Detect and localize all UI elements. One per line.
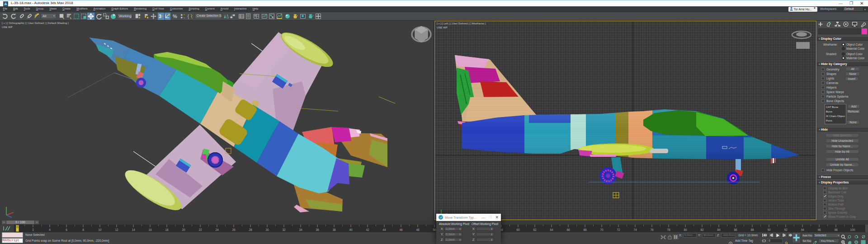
- svg-text:82: 82: [700, 228, 704, 231]
- svg-text:24: 24: [215, 228, 219, 231]
- svg-text:74: 74: [633, 228, 637, 231]
- svg-text:48: 48: [416, 228, 420, 231]
- svg-text:66: 66: [566, 228, 570, 231]
- svg-text:34: 34: [299, 228, 302, 231]
- svg-text:46: 46: [399, 228, 403, 231]
- svg-text:14: 14: [132, 228, 135, 231]
- svg-text:78: 78: [667, 228, 670, 231]
- svg-text:6: 6: [66, 228, 67, 231]
- svg-text:76: 76: [650, 228, 654, 231]
- svg-text:80: 80: [684, 228, 687, 231]
- svg-text:86: 86: [734, 228, 737, 231]
- svg-text:88: 88: [750, 228, 754, 231]
- svg-text:18: 18: [165, 228, 169, 231]
- svg-text:70: 70: [600, 228, 604, 231]
- svg-text:8: 8: [82, 228, 84, 231]
- svg-text:50: 50: [433, 228, 436, 231]
- svg-text:20: 20: [182, 228, 185, 231]
- svg-text:40: 40: [349, 228, 353, 231]
- svg-text:4: 4: [49, 228, 51, 231]
- svg-text:2: 2: [32, 228, 34, 231]
- svg-text:64: 64: [550, 228, 553, 231]
- svg-text:72: 72: [617, 228, 620, 231]
- svg-text:28: 28: [249, 228, 252, 231]
- svg-text:60: 60: [516, 228, 520, 231]
- svg-text:36: 36: [316, 228, 319, 231]
- svg-text:98: 98: [834, 228, 838, 231]
- svg-text:100: 100: [850, 228, 855, 231]
- svg-text:94: 94: [801, 228, 804, 231]
- svg-text:68: 68: [583, 228, 587, 231]
- svg-text:90: 90: [767, 228, 771, 231]
- svg-text:96: 96: [817, 228, 821, 231]
- svg-text:38: 38: [332, 228, 336, 231]
- svg-text:26: 26: [232, 228, 236, 231]
- svg-text:32: 32: [282, 228, 286, 231]
- svg-text:44: 44: [382, 228, 386, 231]
- svg-text:10: 10: [98, 228, 102, 231]
- svg-text:42: 42: [366, 228, 369, 231]
- svg-text:62: 62: [533, 228, 537, 231]
- svg-text:30: 30: [265, 228, 269, 231]
- svg-text:84: 84: [717, 228, 721, 231]
- svg-text:22: 22: [198, 228, 202, 231]
- svg-text:16: 16: [148, 228, 152, 231]
- svg-text:92: 92: [784, 228, 788, 231]
- svg-text:12: 12: [115, 228, 118, 231]
